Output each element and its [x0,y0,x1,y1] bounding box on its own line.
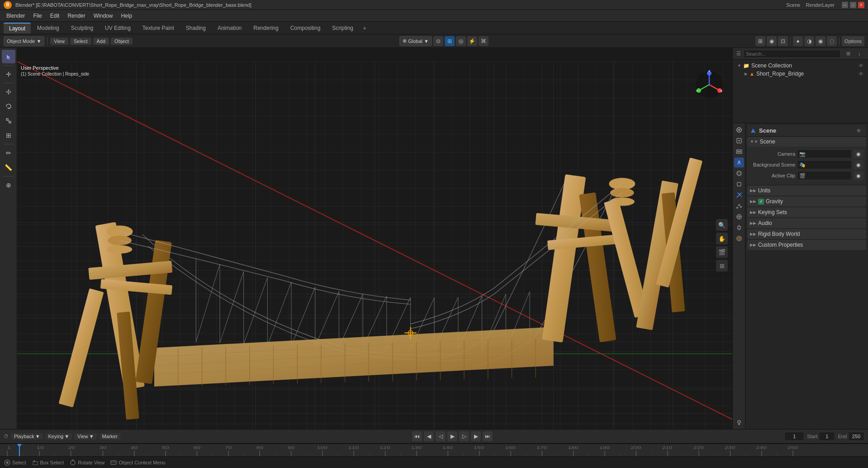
audio-section-header[interactable]: ▶ Audio [747,218,866,228]
orthographic-btn[interactable]: ⊞ [716,260,728,272]
minimize-button[interactable]: ─ [842,2,848,8]
rigid-body-section-header[interactable]: ▶ Rigid Body World [747,229,866,239]
camera-view-btn[interactable]: 🎬 [716,246,728,258]
prop-tab-material[interactable] [734,234,744,244]
viewport-display-btn[interactable]: ⊞ [755,36,765,46]
transform-tool[interactable]: ⊞ [2,129,15,142]
cursor-tool[interactable]: ✛ [2,67,15,81]
move-tool[interactable] [2,85,15,99]
scene-eye-icon[interactable]: 👁 [859,63,863,68]
select-menu[interactable]: Select [70,38,91,45]
camera-value[interactable]: 📷 [797,149,852,158]
rope-bridge-eye-icon[interactable]: 👁 [859,71,863,76]
prop-tab-scene[interactable] [734,158,744,167]
outliner-item-rope-bridge[interactable]: ▶ ▲ Short_Rope_Bridge 👁 [735,70,865,78]
menu-render[interactable]: Render [64,12,89,20]
scene-section-header[interactable]: ▼ Scene [747,137,866,147]
snap-btn[interactable]: ⊞ [445,36,455,46]
tab-uv-editing[interactable]: UV Editing [100,23,136,33]
add-workspace-tab[interactable]: + [360,23,370,33]
outliner-filter-btn[interactable]: ⊞ [843,49,853,59]
gravity-section-header[interactable]: ▶ ✓ Gravity [747,196,866,206]
next-frame-btn[interactable]: ▶ [471,431,481,441]
close-button[interactable]: ✕ [858,2,864,8]
keying-btn[interactable]: Keying ▼ [46,433,72,439]
jump-start-btn[interactable]: ⏮ [412,431,422,441]
outliner-sort-btn[interactable]: ↕ [854,49,864,59]
tab-compositing[interactable]: Compositing [285,23,326,33]
view-menu[interactable]: View [50,38,68,45]
add-menu[interactable]: Add [93,38,109,45]
pan-btn[interactable]: ✋ [716,233,728,244]
prop-tab-modifier[interactable] [734,190,744,200]
3d-viewport[interactable]: User Perspective (1) Scene Collection | … [17,48,732,429]
rendered-shading[interactable]: ◌ [827,36,837,46]
background-scene-select-btn[interactable]: ◉ [854,160,863,169]
add-tool[interactable]: ⊕ [2,178,15,192]
tab-modeling[interactable]: Modeling [32,23,65,33]
prop-tab-output[interactable] [734,136,744,146]
background-scene-value[interactable]: 🎭 [797,160,852,169]
prop-tab-lamp[interactable] [734,417,744,427]
options-btn[interactable]: Options [842,36,864,46]
maximize-button[interactable]: □ [850,2,856,8]
gravity-checkbox[interactable]: ✓ [758,199,764,205]
menu-file[interactable]: File [29,12,45,20]
object-mode-dropdown[interactable]: Object Mode ▼ [4,36,44,46]
extra-btn[interactable]: ⚡ [467,36,477,46]
outliner-search-input[interactable] [744,50,840,58]
next-keyframe-btn[interactable]: ▷ [459,431,469,441]
timeline-ruler[interactable]: 1 10 20 30 40 50 60 70 80 90 100 110 120… [0,444,868,456]
menu-blender[interactable]: Blender [3,12,28,20]
prop-tab-particles[interactable] [734,201,744,211]
start-frame-input[interactable]: 1 [819,432,835,441]
material-shading[interactable]: ◑ [804,36,814,46]
render-shading[interactable]: ◉ [816,36,825,46]
tab-animation[interactable]: Animation [212,23,247,33]
menu-help[interactable]: Help [117,12,136,20]
prop-tab-object[interactable] [734,179,744,189]
select-tool[interactable] [2,50,15,63]
tab-scripting[interactable]: Scripting [327,23,359,33]
keying-sets-header[interactable]: ▶ Keying Sets [747,207,866,217]
scale-tool[interactable] [2,114,15,128]
outliner-item-scene-collection[interactable]: ▼ 📁 Scene Collection 👁 [735,62,865,70]
playhead[interactable] [19,444,20,456]
prop-tab-physics[interactable] [734,212,744,222]
object-menu[interactable]: Object [111,38,133,45]
annotate-tool[interactable]: ✏ [2,146,15,160]
zoom-in-btn[interactable]: 🔍 [716,219,728,231]
rotate-tool[interactable] [2,100,15,113]
prev-keyframe-btn[interactable]: ◁ [436,431,446,441]
play-btn[interactable]: ▶ [447,431,457,441]
units-section-header[interactable]: ▶ Units [747,186,866,196]
props-options-btn[interactable]: ⚙ [854,126,863,136]
extra-btn-2[interactable]: ⌘ [479,36,489,46]
pivot-btn[interactable]: ⊙ [433,36,443,46]
measure-tool[interactable]: 📏 [2,161,15,174]
custom-props-header[interactable]: ▶ Custom Properties [747,240,866,250]
xray-btn[interactable]: ⊡ [778,36,788,46]
menu-window[interactable]: Window [90,12,117,20]
menu-edit[interactable]: Edit [47,12,63,20]
camera-select-btn[interactable]: ◉ [854,149,863,158]
global-selector[interactable]: ⊕ Global ▼ [399,36,432,46]
tab-rendering[interactable]: Rendering [248,23,284,33]
prop-tab-constraints[interactable] [734,223,744,233]
prev-frame-btn[interactable]: ◀ [424,431,434,441]
view-btn[interactable]: View ▼ [75,433,97,439]
tab-sculpting[interactable]: Sculpting [66,23,99,33]
active-clip-value[interactable]: 🎬 [797,171,852,180]
current-frame-input[interactable]: 1 [784,432,804,441]
tab-shading[interactable]: Shading [180,23,211,33]
overlay-btn[interactable]: ◉ [767,36,777,46]
prop-tab-render[interactable] [734,125,744,135]
prop-tab-view-layer[interactable] [734,147,744,157]
playback-btn[interactable]: Playback ▼ [11,433,43,439]
proportional-btn[interactable]: ◎ [456,36,466,46]
end-frame-input[interactable]: 250 [848,432,864,441]
prop-tab-world[interactable] [734,168,744,178]
active-clip-select-btn[interactable]: ◉ [854,171,863,180]
jump-end-btn[interactable]: ⏭ [483,431,493,441]
marker-btn[interactable]: Marker [100,433,120,439]
